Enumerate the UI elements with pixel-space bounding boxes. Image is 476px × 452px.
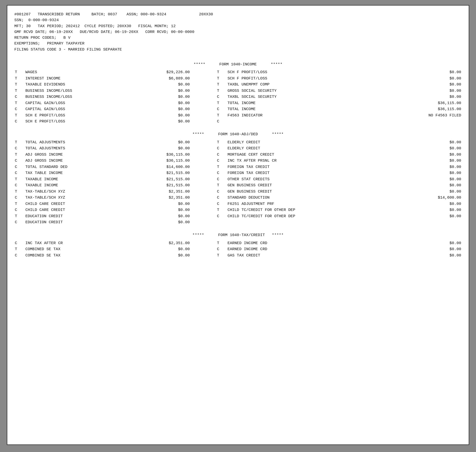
- right-indicator: C: [216, 213, 227, 219]
- left-label: EDUCATION CREDIT: [25, 219, 135, 225]
- left-value: $6,889.00: [135, 75, 197, 81]
- right-indicator: C: [216, 158, 227, 164]
- table-row: CTOTAL ADJUSTMENTS$0.00CELDERLY CREDIT$0…: [14, 145, 462, 151]
- right-value: $0.00: [385, 246, 462, 252]
- header-line-6: EXEMPTIONS; PRIMARY TAXPAYER: [14, 41, 462, 47]
- right-label: GEN BUSINESS CREDIT: [227, 189, 385, 195]
- left-value: $0.00: [135, 81, 197, 87]
- left-indicator: T: [14, 201, 25, 207]
- spacer: [197, 201, 216, 207]
- spacer: [197, 219, 216, 225]
- table-row: CTAX TABLE INCOME$21,515.00CFOREIGN TAX …: [14, 170, 462, 176]
- left-value: $2,351.00: [135, 240, 197, 246]
- right-label: GEN BUSINESS CREDIT: [227, 182, 385, 188]
- table-row: TADJ GROSS INCOME$36,115.00CMORTGAGE CER…: [14, 152, 462, 158]
- right-indicator: T: [216, 240, 227, 246]
- left-indicator: T: [14, 213, 25, 219]
- spacer: [197, 207, 216, 213]
- right-indicator: T: [216, 164, 227, 170]
- spacer: [197, 69, 216, 75]
- right-value: $0.00: [385, 94, 462, 100]
- right-indicator: T: [216, 75, 227, 81]
- spacer: [197, 213, 216, 219]
- right-label: TOTAL INCOME: [227, 100, 385, 106]
- table-row: TTAXABLE DIVIDENDS$0.00TTAXBL UNEMPMT CO…: [14, 81, 462, 87]
- header-block: #001207 TRANSCRIBED RETURN BATCH; 0037 A…: [14, 12, 462, 53]
- spacer: [197, 145, 216, 151]
- table-row: CCOMBINED SE TAX$0.00TGAS TAX CREDIT$0.0…: [14, 252, 462, 258]
- right-value: [385, 219, 462, 225]
- right-label: F6251 ADJUSTMENT PRF: [227, 201, 385, 207]
- left-label: BUSINESS INCOME/LOSS: [25, 88, 135, 94]
- left-indicator: T: [14, 152, 25, 158]
- spacer: [197, 170, 216, 176]
- table-row: TTAXABLE INCOME$21,515.00COTHER STAT CRE…: [14, 176, 462, 182]
- left-label: TAXABLE DIVIDENDS: [25, 81, 135, 87]
- left-label: COMBINED SE TAX: [25, 246, 135, 252]
- spacer: [197, 246, 216, 252]
- left-label: TAX-TABLE/SCH XYZ: [25, 195, 135, 201]
- left-value: $0.00: [135, 246, 197, 252]
- right-value: $0.00: [385, 81, 462, 87]
- right-indicator: T: [216, 182, 227, 188]
- table-row: CEDUCATION CREDIT$0.00: [14, 219, 462, 225]
- right-value: $0.00: [385, 69, 462, 75]
- right-value: $0.00: [385, 145, 462, 151]
- right-value: $0.00: [385, 213, 462, 219]
- right-value: $0.00: [385, 182, 462, 188]
- right-indicator: C: [216, 176, 227, 182]
- right-label: F4563 INDICATOR: [227, 112, 385, 118]
- right-indicator: T: [216, 69, 227, 75]
- right-indicator: T: [216, 207, 227, 213]
- right-indicator: T: [216, 81, 227, 87]
- right-indicator: C: [216, 246, 227, 252]
- left-indicator: C: [14, 94, 25, 100]
- adjded-section-header: ***** FORM 1040-ADJ/DED *****: [14, 131, 462, 137]
- table-row: CADJ GROSS INCOME$36,115.00CINC TX AFTER…: [14, 158, 462, 164]
- income-section-header: ***** FORM 1040-INCOME *****: [14, 62, 462, 67]
- right-indicator: T: [216, 112, 227, 118]
- left-label: EDUCATION CREDIT: [25, 213, 135, 219]
- right-indicator: C: [216, 201, 227, 207]
- spacer: [197, 106, 216, 112]
- left-indicator: T: [14, 139, 25, 145]
- left-value: $0.00: [135, 94, 197, 100]
- left-label: CAPITAL GAIN/LOSS: [25, 100, 135, 106]
- right-indicator: T: [216, 252, 227, 258]
- taxcredit-table: CINC TAX AFTER CR$2,351.00TEARNED INCOME…: [14, 240, 462, 258]
- right-value: $0.00: [385, 139, 462, 145]
- left-value: $29,226.00: [135, 69, 197, 75]
- left-indicator: C: [14, 195, 25, 201]
- left-label: TOTAL STANDARD DED: [25, 164, 135, 170]
- left-value: $0.00: [135, 106, 197, 112]
- left-label: TAX-TABLE/SCH XYZ: [25, 189, 135, 195]
- left-value: $14,600.00: [135, 164, 197, 170]
- right-indicator: C: [216, 189, 227, 195]
- left-value: $21,515.00: [135, 170, 197, 176]
- header-line-2: SSN; 0-000-00-9324: [14, 17, 462, 23]
- table-row: CTOTAL STANDARD DED$14,600.00TFOREIGN TA…: [14, 164, 462, 170]
- spacer: [197, 158, 216, 164]
- left-indicator: C: [14, 145, 25, 151]
- right-indicator: C: [216, 195, 227, 201]
- right-indicator: C: [216, 118, 227, 124]
- right-value: $0.00: [385, 170, 462, 176]
- spacer: [197, 182, 216, 188]
- spacer: [197, 100, 216, 106]
- left-label: CHILD CARE CREDIT: [25, 201, 135, 207]
- table-row: TTOTAL ADJUSTMENTS$0.00TELDERLY CREDIT$0…: [14, 139, 462, 145]
- spacer: [197, 94, 216, 100]
- left-label: SCH E PROFIT/LOSS: [25, 118, 135, 124]
- table-row: CSCH E PROFIT/LOSS$0.00C: [14, 118, 462, 124]
- left-value: $21,515.00: [135, 176, 197, 182]
- left-indicator: T: [14, 112, 25, 118]
- left-indicator: T: [14, 88, 25, 94]
- table-row: CTAXABLE INCOME$21,515.00TGEN BUSINESS C…: [14, 182, 462, 188]
- left-label: INC TAX AFTER CR: [25, 240, 135, 246]
- left-label: ADJ GROSS INCOME: [25, 152, 135, 158]
- spacer: [197, 75, 216, 81]
- right-value: $36,115.00: [385, 100, 462, 106]
- right-value: $0.00: [385, 176, 462, 182]
- left-value: $0.00: [135, 201, 197, 207]
- spacer: [197, 139, 216, 145]
